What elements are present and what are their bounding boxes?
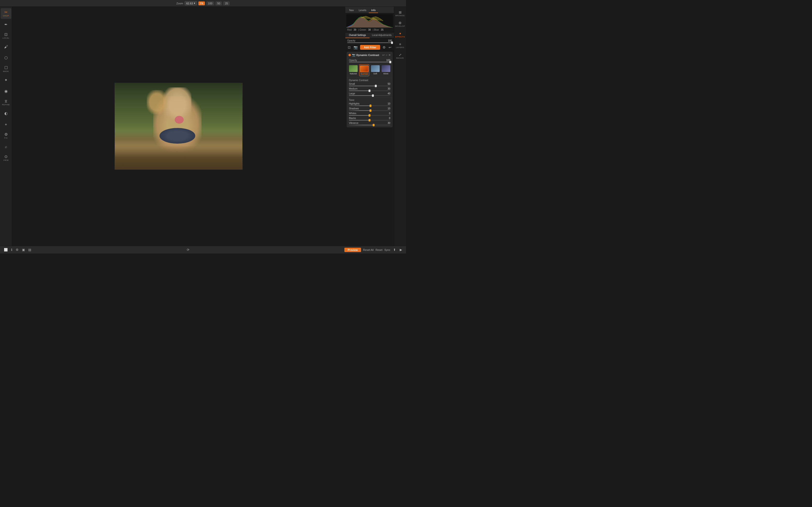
crop-icon: ✂ [4,10,7,14]
tool-crop[interactable]: ✂ CROP [1,8,11,19]
slider-large: Large 40 [349,92,390,96]
style-more-button[interactable]: More [381,64,391,76]
tab-info[interactable]: Info [369,8,378,13]
info-button[interactable]: ℹ [10,247,13,252]
export-button[interactable]: ⬆ [392,247,397,252]
settings-tabs: Overall Settings Local Adjustments [345,33,394,38]
browse-icon: ⊞ [399,11,402,14]
sidebar-item-effects[interactable]: ✦ EFFECTS [395,30,406,40]
style-surreal-button[interactable]: Surreal [359,64,369,76]
more-preview-icon [382,65,390,72]
slider-vibrance-track[interactable] [349,125,390,125]
zoom-value-display[interactable]: 62.63 ▾ [185,1,197,5]
settings-button[interactable]: ⚙ [15,247,19,252]
nav-tabs: Nav Levels Info [345,7,394,13]
fix-icon: ⚙ [4,132,8,136]
add-filter-row: ⊡ 📷 Add Filter ⚙ ↩ [345,44,394,51]
single-view-button[interactable]: ▣ [21,247,26,252]
view-icon: ⊙ [4,155,7,159]
tool-local[interactable]: ⊡ LOCAL [1,31,11,41]
filter-camera-icon: 📷 [352,53,355,57]
camera-icon-button[interactable]: 📷 [353,45,358,50]
photo-container [114,83,243,170]
filter-close-icon[interactable]: ✕ [388,53,391,57]
slider-highlights-track[interactable] [349,106,390,106]
resize-icon: ⤢ [399,53,402,56]
tool-fix[interactable]: ⚙ FIX [1,130,11,141]
preview-button[interactable]: Preview [344,248,361,252]
pen-icon: ⌖ [5,123,7,126]
slider-large-track[interactable] [349,95,390,96]
filter-reset-icon[interactable]: ↩ [382,53,385,57]
tool-color[interactable]: ◐ [1,108,11,119]
zoom-50-button[interactable]: 50 [215,1,222,5]
tool-redeye[interactable]: ◉ [1,86,11,97]
effects-icon: ✦ [399,32,402,35]
sidebar-item-develop[interactable]: ⚙ DEVELOP [395,19,406,29]
slider-blacks-track[interactable] [349,120,390,120]
canvas-area [12,7,345,246]
tool-brush[interactable]: ✒ [1,19,11,30]
tool-clone[interactable]: ⬡ [1,53,11,63]
rotate-button[interactable]: ⟳ [186,247,191,252]
slider-vibrance: Vibrance 30 [349,122,390,125]
tool-mask[interactable]: ☐ MASK [1,64,11,74]
heal-icon: ✦ [4,78,7,82]
refine-icon: ⧖ [5,99,7,103]
soft-preview-icon [371,65,379,72]
reset-all-button[interactable]: Reset All [363,248,373,251]
tool-refine[interactable]: ⧖ REFINE [1,97,11,108]
develop-icon: ⚙ [399,21,402,24]
slider-small-track[interactable] [349,86,390,86]
slider-shadows-track[interactable] [349,110,390,111]
tool-paint[interactable]: 🖌 [1,42,11,52]
sync-button[interactable]: Sync [385,248,390,251]
brush-icon: ✒ [4,23,7,26]
tool-search[interactable]: ⌕ [1,142,11,152]
right-side: Nav Levels Info [345,7,406,246]
clone-icon: ⬡ [4,56,8,60]
slider-small: Small 50 [349,82,390,87]
photo-background [115,83,242,169]
layers-icon: ≡ [399,43,401,46]
tab-local-adjustments[interactable]: Local Adjustments [369,33,394,38]
histogram-container: Red 39 | Green 38 | Blue 35 [345,13,394,33]
split-view-button[interactable]: ▤ [27,247,32,252]
sidebar-item-browse[interactable]: ⊞ BROWSE [395,9,406,18]
undo-icon-button[interactable]: ↩ [388,45,392,50]
search-icon: ⌕ [5,145,7,149]
filter-active-dot[interactable] [349,54,351,56]
filter-title: Dynamic Contrast [356,54,382,56]
tool-view[interactable]: ⊙ VIEW [1,153,11,163]
view-toggle-button[interactable]: ⬜ [3,247,9,252]
sidebar-item-resize[interactable]: ⤢ RESIZE [395,51,406,61]
add-filter-button[interactable]: Add Filter [360,45,380,50]
zoom-100-button[interactable]: 100 [206,1,214,5]
slider-whites-track[interactable] [349,115,390,116]
tab-levels[interactable]: Levels [356,8,369,13]
fit-zoom-button[interactable]: Fit [198,1,205,5]
sidebar-item-layers[interactable]: ≡ LAYERS [395,41,406,50]
settings-icon-button[interactable]: ⚙ [382,45,386,50]
top-bar: Zoom 62.63 ▾ Fit 100 50 25 [0,0,406,7]
reset-button[interactable]: Reset [375,248,383,251]
style-natural-button[interactable]: Natural [349,64,358,76]
tool-heal[interactable]: ✦ [1,75,11,86]
zoom-25-button[interactable]: 25 [223,1,230,5]
global-opacity-row: Opacity 100 [345,38,394,43]
slider-medium: Medium 30 [349,88,390,91]
main-layout: ✂ CROP ✒ ⊡ LOCAL 🖌 ⬡ ☐ MASK ✦ ◉ ⧖ REFINE [0,7,406,246]
natural-preview-icon [349,65,358,72]
style-soft-button[interactable]: Soft [370,64,380,76]
redeye-icon: ◉ [4,89,8,93]
tool-pen[interactable]: ⌖ [1,119,11,130]
filter-pin-icon[interactable]: ○ [386,53,388,57]
left-toolbar: ✂ CROP ✒ ⊡ LOCAL 🖌 ⬡ ☐ MASK ✦ ◉ ⧖ REFINE [0,7,12,246]
tab-nav[interactable]: Nav [347,8,356,13]
filter-opacity-row: Opacity 100 [347,58,392,62]
next-button[interactable]: ▶ [399,247,403,252]
tab-overall-settings[interactable]: Overall Settings [345,33,370,38]
paint-icon: 🖌 [4,45,8,49]
copy-icon-button[interactable]: ⊡ [347,45,351,50]
slider-medium-track[interactable] [349,91,390,91]
